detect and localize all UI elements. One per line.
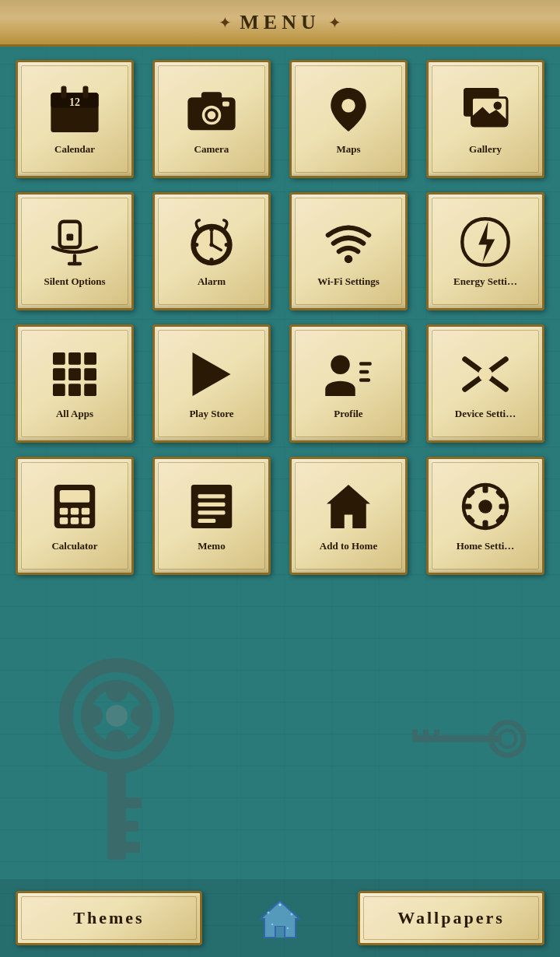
- app-item-silent-options[interactable]: Silent Options: [6, 185, 143, 317]
- app-item-alarm[interactable]: Alarm: [143, 185, 280, 317]
- svg-rect-92: [276, 927, 284, 938]
- app-tile-calculator: Calculator: [16, 457, 134, 575]
- app-tile-home-settings: Home Setti…: [426, 457, 544, 575]
- svg-point-29: [225, 243, 229, 247]
- svg-rect-63: [341, 499, 357, 504]
- app-tile-memo: Memo: [152, 457, 271, 575]
- app-tile-gallery: Gallery: [426, 60, 544, 178]
- calendar-icon: 12: [47, 82, 102, 137]
- app-tile-device-settings: Device Setti…: [426, 324, 544, 443]
- svg-rect-36: [84, 368, 96, 380]
- home-settings-label: Home Setti…: [457, 540, 515, 552]
- svg-rect-42: [359, 362, 372, 365]
- svg-point-95: [279, 903, 282, 906]
- app-item-maps[interactable]: Maps: [280, 53, 417, 185]
- all-apps-icon: [47, 347, 102, 401]
- memo-icon: [184, 479, 239, 534]
- svg-rect-3: [61, 86, 67, 98]
- app-item-all-apps[interactable]: All Apps: [6, 317, 143, 450]
- app-item-wifi-settings[interactable]: Wi-Fi Settings: [280, 185, 417, 317]
- svg-point-93: [268, 911, 270, 913]
- gallery-label: Gallery: [469, 143, 502, 156]
- app-tile-alarm: Alarm: [152, 192, 271, 310]
- svg-point-30: [345, 255, 353, 264]
- app-item-play-store[interactable]: Play Store: [143, 317, 280, 450]
- home-button[interactable]: [249, 891, 311, 945]
- svg-text:12: 12: [69, 96, 80, 108]
- deco-right-icon: ✦: [328, 13, 341, 32]
- svg-rect-58: [198, 503, 226, 507]
- home-icon: [257, 897, 303, 940]
- app-tile-silent-options: Silent Options: [16, 192, 134, 310]
- svg-point-76: [106, 680, 128, 702]
- svg-rect-68: [462, 504, 471, 510]
- svg-rect-50: [60, 508, 68, 515]
- silent-options-icon: [47, 215, 102, 269]
- camera-icon: [184, 82, 239, 137]
- wifi-settings-label: Wi-Fi Settings: [317, 275, 380, 288]
- app-item-calculator[interactable]: Calculator: [6, 450, 143, 582]
- profile-label: Profile: [334, 408, 362, 420]
- svg-point-27: [209, 258, 213, 261]
- app-tile-play-store: Play Store: [152, 324, 271, 443]
- calculator-icon: [47, 479, 102, 534]
- home-settings-icon: [458, 479, 513, 534]
- app-item-profile[interactable]: Profile: [280, 317, 417, 450]
- key-right-icon: [404, 654, 529, 825]
- deco-left-icon: ✦: [219, 13, 232, 32]
- play-store-icon: [184, 347, 239, 401]
- svg-rect-69: [499, 504, 509, 510]
- svg-point-80: [106, 705, 128, 727]
- svg-rect-35: [68, 368, 81, 380]
- wallpapers-button[interactable]: Wallpapers: [358, 891, 544, 945]
- svg-rect-49: [60, 490, 90, 503]
- svg-rect-82: [126, 798, 142, 808]
- svg-rect-39: [84, 384, 96, 396]
- app-item-device-settings[interactable]: Device Setti…: [417, 317, 554, 450]
- svg-rect-10: [222, 102, 229, 107]
- calculator-label: Calculator: [51, 540, 97, 552]
- svg-rect-43: [359, 370, 369, 373]
- svg-point-78: [81, 705, 103, 727]
- app-tile-camera: Camera: [152, 60, 271, 178]
- app-item-home-settings[interactable]: Home Setti…: [417, 450, 554, 582]
- svg-rect-53: [60, 517, 68, 524]
- alarm-label: Alarm: [198, 275, 226, 288]
- app-tile-calendar: 12 Calendar: [16, 60, 134, 178]
- svg-point-25: [209, 243, 213, 247]
- svg-point-77: [106, 730, 128, 752]
- svg-rect-52: [82, 508, 90, 515]
- key-left-icon: [47, 646, 187, 864]
- svg-rect-67: [483, 521, 488, 530]
- svg-point-96: [271, 923, 273, 924]
- app-grid: 12 Calendar Camera Maps Gallery Silent O: [0, 47, 560, 588]
- svg-rect-38: [68, 384, 81, 396]
- themes-label: Themes: [73, 908, 144, 928]
- bottom-bar: Themes Wallpapers: [0, 879, 560, 957]
- add-to-home-icon: [321, 479, 376, 534]
- app-item-add-to-home[interactable]: Add to Home: [280, 450, 417, 582]
- app-item-memo[interactable]: Memo: [143, 450, 280, 582]
- maps-icon: [321, 82, 376, 137]
- svg-rect-17: [67, 234, 74, 241]
- gallery-icon: [458, 82, 513, 137]
- themes-button[interactable]: Themes: [16, 891, 202, 945]
- svg-point-9: [208, 111, 216, 120]
- all-apps-label: All Apps: [56, 408, 93, 420]
- app-item-energy-settings[interactable]: Energy Setti…: [417, 185, 554, 317]
- energy-settings-icon: [458, 215, 513, 269]
- svg-rect-32: [68, 352, 81, 365]
- bottom-area: Themes Wallpapers: [0, 630, 560, 957]
- device-settings-label: Device Setti…: [455, 408, 516, 420]
- svg-rect-59: [198, 510, 226, 514]
- app-item-gallery[interactable]: Gallery: [417, 53, 554, 185]
- svg-rect-31: [53, 352, 65, 365]
- memo-label: Memo: [198, 540, 225, 552]
- app-item-calendar[interactable]: 12 Calendar: [6, 53, 143, 185]
- wifi-settings-icon: [321, 215, 376, 269]
- svg-point-65: [478, 500, 492, 514]
- maps-label: Maps: [336, 143, 360, 156]
- svg-rect-54: [71, 517, 79, 524]
- app-item-camera[interactable]: Camera: [143, 53, 280, 185]
- svg-rect-60: [198, 519, 216, 523]
